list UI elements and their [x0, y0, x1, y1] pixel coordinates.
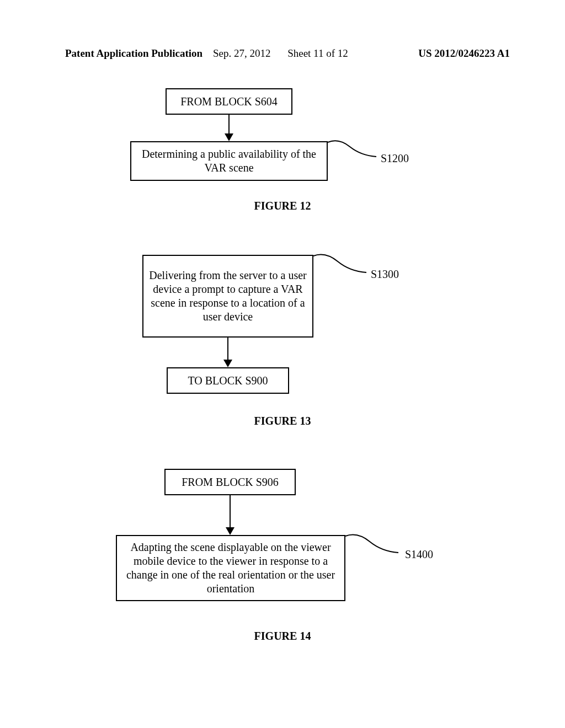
fig14-step-text: Adapting the scene displayable on the vi…	[122, 540, 339, 596]
fig13-to-block: TO BLOCK S900	[167, 367, 289, 394]
fig14-from-block: FROM BLOCK S906	[164, 469, 296, 495]
fig12-step-text: Determining a public availability of the…	[137, 147, 321, 175]
figure-14: FROM BLOCK S906 Adapting the scene displ…	[0, 469, 565, 678]
fig13-ref: S1300	[371, 268, 399, 281]
fig14-step-box: Adapting the scene displayable on the vi…	[116, 535, 345, 601]
page-header: Patent Application Publication Sep. 27, …	[0, 47, 565, 60]
sheet-number: Sheet 11 of 12	[287, 47, 348, 59]
arrow-head-icon	[225, 133, 233, 141]
fig13-step-text: Delivering from the server to a user dev…	[149, 269, 307, 324]
fig12-caption: FIGURE 12	[0, 200, 565, 212]
arrow-line	[227, 338, 228, 361]
fig12-ref: S1200	[381, 152, 409, 165]
pub-type: Patent Application Publication	[65, 47, 202, 59]
fig14-caption: FIGURE 14	[0, 630, 565, 643]
fig13-to-block-label: TO BLOCK S900	[188, 374, 268, 388]
pub-date: Sep. 27, 2012	[213, 47, 271, 59]
arrow-head-icon	[226, 527, 234, 535]
leader-line-icon	[328, 140, 377, 162]
fig14-from-block-label: FROM BLOCK S906	[182, 475, 279, 489]
fig12-from-block-label: FROM BLOCK S604	[180, 95, 278, 109]
arrow-line	[230, 495, 231, 528]
leader-line-icon	[313, 254, 369, 278]
leader-line-icon	[345, 534, 401, 558]
fig13-caption: FIGURE 13	[0, 415, 565, 427]
arrow-line	[228, 115, 230, 135]
arrow-head-icon	[223, 360, 232, 367]
fig14-ref: S1400	[405, 548, 433, 561]
fig13-step-box: Delivering from the server to a user dev…	[142, 255, 313, 338]
fig12-step-box: Determining a public availability of the…	[130, 141, 328, 181]
pub-number: US 2012/0246223 A1	[418, 47, 510, 60]
figure-13: Delivering from the server to a user dev…	[0, 255, 565, 464]
figure-12: FROM BLOCK S604 Determining a public ava…	[0, 88, 565, 232]
fig12-from-block: FROM BLOCK S604	[166, 88, 292, 115]
